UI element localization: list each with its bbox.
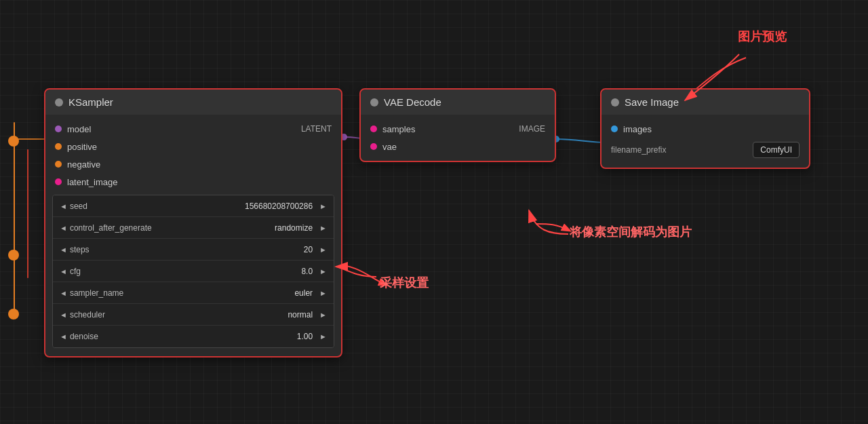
param-steps[interactable]: ◄ steps 20 ►	[53, 239, 334, 261]
save-image-node: Save Image images filename_prefix ComfyU…	[600, 88, 810, 169]
socket-row-positive: positive	[45, 138, 341, 155]
scheduler-arrow-right[interactable]: ►	[317, 311, 330, 319]
connector-orange-3	[8, 309, 19, 320]
scheduler-label: scheduler	[70, 310, 124, 320]
param-seed[interactable]: ◄ seed 156680208700286 ►	[53, 195, 334, 217]
param-sampler[interactable]: ◄ sampler_name euler ►	[53, 282, 334, 304]
socket-images	[611, 126, 618, 132]
socket-vae	[370, 143, 377, 150]
annotation-image-preview: 图片预览	[738, 28, 787, 45]
cfg-value: 8.0	[124, 267, 317, 276]
steps-label: steps	[70, 245, 124, 254]
steps-arrow-left[interactable]: ◄	[57, 246, 70, 254]
socket-positive-label: positive	[67, 142, 97, 152]
vae-header: VAE Decode	[361, 90, 555, 115]
filename-prefix-value[interactable]: ComfyUI	[753, 142, 800, 158]
denoise-label: denoise	[70, 332, 124, 341]
socket-samples-label: samples	[382, 124, 415, 134]
ksampler-params: ◄ seed 156680208700286 ► ◄ control_after…	[52, 195, 334, 348]
cfg-arrow-left[interactable]: ◄	[57, 267, 70, 275]
socket-row-vae: vae	[361, 138, 555, 155]
control-arrow-right[interactable]: ►	[317, 224, 330, 232]
save-title: Save Image	[625, 96, 679, 108]
control-arrow-left[interactable]: ◄	[57, 224, 70, 232]
annotation-image-preview-text: 图片预览	[738, 30, 787, 43]
annotation-decode-text: 将像素空间解码为图片	[570, 225, 692, 239]
seed-label: seed	[70, 201, 124, 211]
param-denoise[interactable]: ◄ denoise 1.00 ►	[53, 326, 334, 347]
save-filename-row: filename_prefix ComfyUI	[601, 138, 809, 162]
socket-row-latent: latent_image	[45, 173, 341, 191]
socket-samples	[370, 126, 377, 132]
seed-arrow-right[interactable]: ►	[317, 202, 330, 210]
param-control[interactable]: ◄ control_after_generate randomize ►	[53, 217, 334, 239]
output-latent-label: LATENT	[301, 124, 332, 134]
scheduler-arrow-left[interactable]: ◄	[57, 311, 70, 319]
socket-latent	[55, 178, 62, 185]
vae-status-dot	[370, 98, 378, 107]
socket-positive	[55, 143, 62, 150]
sampler-arrow-left[interactable]: ◄	[57, 289, 70, 297]
ksampler-status-dot	[55, 98, 63, 107]
connector-orange-1	[8, 136, 19, 147]
scheduler-value: normal	[124, 310, 317, 320]
connector-orange-2	[8, 250, 19, 261]
wire-orange-vertical	[14, 122, 15, 312]
vae-node: VAE Decode samples IMAGE vae	[359, 88, 556, 162]
cfg-label: cfg	[70, 267, 124, 276]
canvas-area: KSampler model LATENT positive negative …	[0, 0, 868, 424]
ksampler-body: model LATENT positive negative latent_im…	[45, 115, 341, 356]
annotation-sampling: 采样设置	[380, 275, 429, 291]
denoise-arrow-right[interactable]: ►	[317, 332, 330, 341]
save-header: Save Image	[601, 90, 809, 115]
socket-row-samples: samples IMAGE	[361, 120, 555, 138]
save-status-dot	[611, 98, 619, 107]
sampler-value: euler	[124, 288, 317, 298]
socket-row-negative: negative	[45, 155, 341, 173]
steps-value: 20	[124, 245, 317, 254]
seed-arrow-left[interactable]: ◄	[57, 202, 70, 210]
sampler-arrow-right[interactable]: ►	[317, 289, 330, 297]
param-cfg[interactable]: ◄ cfg 8.0 ►	[53, 261, 334, 282]
control-value: randomize	[152, 223, 317, 233]
cfg-arrow-right[interactable]: ►	[317, 267, 330, 275]
ksampler-header: KSampler	[45, 90, 341, 115]
socket-images-label: images	[623, 124, 652, 134]
annotation-sampling-text: 采样设置	[380, 276, 429, 290]
socket-row-images: images	[601, 120, 809, 138]
wire-pink-vertical	[27, 149, 28, 278]
sampler-label: sampler_name	[70, 288, 124, 298]
filename-prefix-label: filename_prefix	[611, 145, 666, 155]
control-label: control_after_generate	[70, 223, 152, 233]
save-body: images filename_prefix ComfyUI	[601, 115, 809, 168]
socket-negative	[55, 161, 62, 168]
socket-model	[55, 126, 62, 132]
param-scheduler[interactable]: ◄ scheduler normal ►	[53, 304, 334, 326]
steps-arrow-right[interactable]: ►	[317, 246, 330, 254]
socket-latent-label: latent_image	[67, 177, 117, 187]
vae-body: samples IMAGE vae	[361, 115, 555, 161]
socket-row-model: model LATENT	[45, 120, 341, 138]
socket-negative-label: negative	[67, 159, 100, 170]
ksampler-title: KSampler	[68, 96, 113, 108]
socket-vae-label: vae	[382, 142, 397, 152]
output-image-label: IMAGE	[519, 124, 545, 134]
vae-title: VAE Decode	[384, 96, 441, 108]
denoise-arrow-left[interactable]: ◄	[57, 332, 70, 341]
denoise-value: 1.00	[124, 332, 317, 341]
socket-model-label: model	[67, 124, 91, 134]
ksampler-node: KSampler model LATENT positive negative …	[44, 88, 342, 358]
seed-value: 156680208700286	[124, 201, 317, 211]
annotation-decode-info: 将像素空间解码为图片	[570, 224, 692, 240]
